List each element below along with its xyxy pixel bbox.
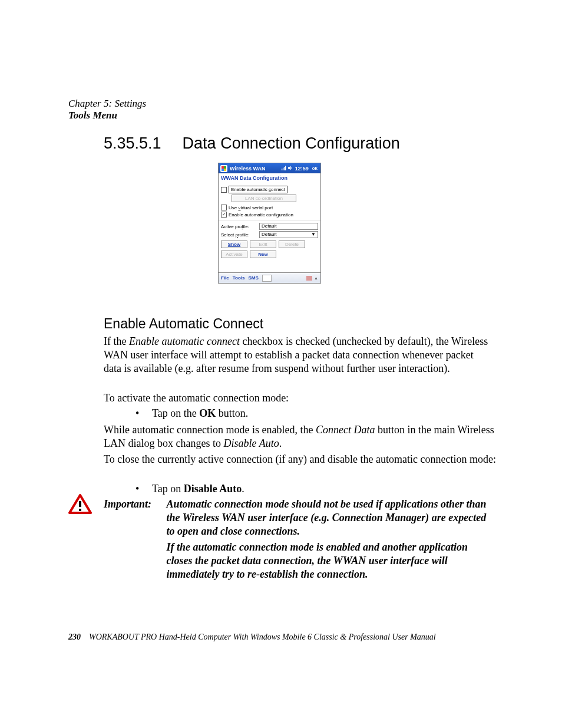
lan-coord-button: LAN co-ordination	[232, 195, 296, 202]
start-icon[interactable]	[220, 165, 227, 172]
chevron-down-icon: ▼	[311, 232, 316, 237]
paragraph-1: If the Enable automatic connect checkbox…	[104, 335, 492, 375]
auto-config-checkbox[interactable]: ✓	[221, 212, 227, 218]
svg-rect-1	[283, 167, 283, 170]
section-number: 5.35.5.1	[104, 134, 161, 153]
active-profile-field: Default	[259, 223, 318, 230]
paragraph-3: While automatic connection mode is enabl…	[104, 423, 498, 450]
sip-arrow-icon[interactable]: ▲	[314, 276, 318, 280]
footer: 230 WORKABOUT PRO Hand-Held Computer Wit…	[68, 633, 504, 642]
enable-auto-connect-checkbox[interactable]	[221, 187, 227, 193]
new-button[interactable]: New	[250, 251, 276, 258]
sip-icon[interactable]	[306, 276, 312, 281]
svg-rect-4	[79, 501, 81, 507]
ok-button[interactable]: ok	[311, 166, 319, 171]
section-title: 5.35.5.1Data Connection Configuration	[104, 134, 400, 153]
paragraph-4: To close the currently active connection…	[104, 453, 498, 466]
page: Chapter 5: Settings Tools Menu 5.35.5.1D…	[0, 0, 562, 728]
virtual-serial-label: Use virtual serial port	[229, 205, 273, 210]
footer-text: WORKABOUT PRO Hand-Held Computer With Wi…	[89, 633, 436, 641]
paragraph-2: To activate the automatic connection mod…	[104, 391, 492, 405]
svg-rect-3	[285, 166, 286, 170]
section-line: Tools Menu	[68, 110, 146, 121]
active-profile-row: Active profile: Default	[221, 223, 318, 230]
select-profile-label: Select profile:	[221, 232, 257, 238]
list-item: Tap on Disable Auto.	[152, 482, 492, 496]
delete-button: Delete	[279, 241, 305, 248]
bullet-1: Tap on the OK button.	[104, 407, 492, 420]
auto-config-row: ✓ Enable automatic configuration	[221, 212, 318, 218]
menu-tools[interactable]: Tools	[233, 275, 245, 281]
important-body: Automatic connection mode should not be …	[167, 498, 494, 584]
device-screenshot: Wireless WAN 12:59 ok WWAN Data Configur…	[218, 163, 321, 301]
menu-sms[interactable]: SMS	[249, 275, 259, 281]
device-frame: Wireless WAN 12:59 ok WWAN Data Configur…	[218, 163, 321, 284]
status-icons	[282, 166, 293, 172]
virtual-serial-row: Use virtual serial port	[221, 205, 318, 210]
subheading: Enable Automatic Connect	[104, 316, 263, 332]
show-button[interactable]: Show	[221, 241, 247, 248]
important-label: Important:	[104, 498, 164, 511]
device-titlebar: Wireless WAN 12:59 ok	[219, 163, 320, 173]
page-number: 230	[68, 633, 81, 641]
edit-button: Edit	[250, 241, 276, 248]
chapter-line: Chapter 5: Settings	[68, 98, 146, 110]
lan-coord-row: LAN co-ordination	[232, 195, 318, 202]
speaker-icon	[288, 166, 293, 172]
panel-body: Enable automatic connect LAN co-ordinati…	[219, 186, 320, 272]
window-title: Wireless WAN	[230, 166, 265, 172]
menu-file[interactable]: File	[221, 275, 229, 281]
svg-rect-0	[282, 169, 282, 170]
keyboard-icon[interactable]	[262, 275, 272, 282]
active-profile-label: Active profile:	[221, 224, 257, 229]
panel-subheader: WWAN Data Configuration	[219, 173, 320, 185]
signal-icon	[282, 166, 286, 172]
auto-config-label: Enable automatic configuration	[229, 212, 293, 218]
select-profile-dropdown[interactable]: Default▼	[259, 231, 318, 238]
list-item: Tap on the OK button.	[152, 407, 492, 420]
important-note: Important: Automatic connection mode sho…	[104, 498, 497, 584]
section-text: Data Connection Configuration	[183, 134, 400, 152]
device-menubar: File Tools SMS ▲	[219, 272, 320, 283]
activate-button: Activate	[221, 251, 247, 258]
warning-icon	[68, 494, 92, 515]
virtual-serial-checkbox[interactable]	[221, 205, 227, 210]
bullet-2: Tap on Disable Auto.	[104, 482, 492, 496]
running-header: Chapter 5: Settings Tools Menu	[68, 98, 146, 121]
enable-auto-connect-label: Enable automatic connect	[229, 186, 287, 193]
enable-auto-connect-row: Enable automatic connect	[221, 186, 318, 193]
svg-rect-2	[284, 167, 285, 170]
profile-buttons-row-1: Show Edit Delete	[221, 241, 318, 248]
profile-buttons-row-2: Activate New	[221, 251, 318, 258]
clock: 12:59	[295, 166, 309, 172]
select-profile-row: Select profile: Default▼	[221, 231, 318, 238]
svg-rect-5	[79, 509, 81, 511]
